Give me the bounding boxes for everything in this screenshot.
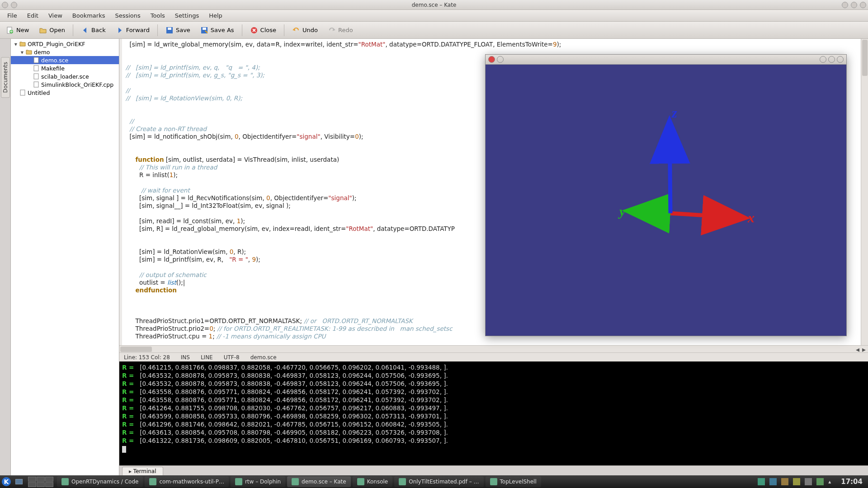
redo-icon (328, 26, 336, 34)
tree-item[interactable]: demo.sce (11, 56, 119, 64)
back-button[interactable]: Back (77, 24, 110, 36)
system-tray[interactable]: ▴ (753, 478, 835, 485)
svg-rect-11 (34, 82, 38, 87)
status-eol[interactable]: LINE (201, 354, 213, 361)
scroll-left-icon[interactable]: ◂ (854, 346, 861, 352)
tree-twisty-icon[interactable]: ▾ (19, 49, 25, 56)
viewer-menu-button[interactable] (497, 56, 504, 63)
doc-open-icon (39, 26, 47, 34)
network-icon[interactable] (769, 478, 777, 485)
taskbar-task[interactable]: TopLevelShell (486, 476, 541, 487)
clipboard-icon[interactable] (781, 478, 788, 485)
taskbar-task[interactable]: OpenRTDynamics / Code (57, 476, 143, 487)
viewer-titlebar[interactable] (486, 55, 846, 65)
volume-icon[interactable] (805, 478, 812, 485)
tab-terminal[interactable]: ▸ Terminal (122, 467, 163, 475)
rotation-viewer-window[interactable]: x y z (485, 54, 847, 336)
viewer-close-button-right[interactable] (837, 56, 844, 63)
taskbar-clock[interactable]: 17:04 (835, 478, 868, 486)
status-insert-mode[interactable]: INS (181, 354, 190, 361)
menu-file[interactable]: File (3, 11, 22, 20)
menubar: FileEditViewBookmarksSessionsToolsSettin… (0, 10, 868, 22)
menu-sessions[interactable]: Sessions (110, 11, 145, 20)
window-minimize-button[interactable] (842, 2, 848, 8)
svg-rect-20 (816, 478, 824, 485)
tray-expand-icon[interactable]: ▴ (828, 479, 831, 485)
menu-view[interactable]: View (44, 11, 67, 20)
save-as-icon (200, 26, 208, 34)
battery-icon[interactable] (816, 478, 824, 485)
window-maximize-button[interactable] (851, 2, 857, 8)
close-button[interactable]: Close (246, 24, 280, 36)
document-tree[interactable]: ▾ORTD_Plugin_OriEKF▾demodemo.sceMakefile… (11, 39, 119, 475)
kickoff-launcher[interactable]: K (0, 475, 13, 488)
axis-z (670, 123, 670, 213)
window-titlebar: demo.sce – Kate (0, 0, 868, 10)
menu-tools[interactable]: Tools (146, 11, 170, 20)
menu-settings[interactable]: Settings (170, 11, 203, 20)
taskbar-task[interactable]: com-mathworks-util-P… (145, 476, 228, 487)
svg-text:+: + (9, 29, 13, 34)
viewer-close-button[interactable] (488, 56, 495, 63)
open-button[interactable]: Open (35, 24, 69, 36)
folder-icon (19, 41, 26, 47)
window-pin-button[interactable] (11, 2, 17, 8)
editor-hscrollbar[interactable]: ◂ ▸ (119, 345, 868, 352)
forward-button[interactable]: Forward (112, 24, 154, 36)
svg-rect-12 (20, 90, 25, 95)
new-button[interactable]: +New (2, 24, 33, 36)
tree-item[interactable]: Untitled (11, 89, 119, 97)
svg-rect-6 (203, 28, 206, 30)
window-menu-button[interactable] (2, 2, 8, 8)
tray-icon[interactable] (758, 478, 765, 485)
file-icon (33, 73, 40, 80)
viewer-3d-canvas[interactable]: x y z (486, 65, 846, 336)
terminal-cursor (122, 446, 126, 453)
undo-button[interactable]: Undo (288, 24, 322, 36)
taskbar-task[interactable]: rtw – Dolphin (231, 476, 285, 487)
taskbar-task[interactable]: OnlyTiltEstimated.pdf – … (394, 476, 483, 487)
desktop-pager[interactable] (28, 477, 53, 487)
save-button[interactable]: Save (161, 24, 194, 36)
show-desktop-button[interactable] (13, 475, 25, 488)
menu-bookmarks[interactable]: Bookmarks (68, 11, 110, 20)
doc-new-icon: + (6, 26, 14, 34)
menu-edit[interactable]: Edit (23, 11, 43, 20)
window-close-button[interactable] (860, 2, 866, 8)
tree-item[interactable]: Makefile (11, 64, 119, 72)
sidebar-tab-label: Documents (1, 57, 10, 98)
toolbar: +NewOpenBackForwardSaveSave AsCloseUndoR… (0, 22, 868, 39)
viewer-maximize-button[interactable] (828, 56, 835, 63)
close-icon (250, 26, 258, 34)
svg-rect-19 (805, 478, 812, 485)
tree-item[interactable]: ▾demo (11, 48, 119, 56)
file-icon (33, 81, 40, 88)
editor-statusbar: Line: 153 Col: 28 INS LINE UTF-8 demo.sc… (119, 352, 868, 361)
svg-rect-4 (168, 28, 171, 30)
taskbar-task[interactable]: Konsole (353, 476, 393, 487)
tree-twisty-icon[interactable]: ▾ (13, 41, 19, 47)
svg-rect-17 (781, 478, 788, 485)
status-filename: demo.sce (250, 354, 277, 361)
svg-rect-18 (793, 478, 800, 485)
tree-item[interactable]: scilab_loader.sce (11, 72, 119, 80)
app-icon (61, 478, 69, 485)
taskbar-task[interactable]: demo.sce – Kate (287, 476, 351, 487)
updates-icon[interactable] (793, 478, 800, 485)
viewer-minimize-button[interactable] (820, 56, 826, 63)
tree-item[interactable]: ▾ORTD_Plugin_OriEKF (11, 40, 119, 48)
arrow-left-icon (81, 26, 89, 34)
saveas-button[interactable]: Save As (196, 24, 238, 36)
editor-vscrollbar[interactable] (861, 39, 868, 345)
menu-help[interactable]: Help (204, 11, 227, 20)
status-encoding[interactable]: UTF-8 (224, 354, 240, 361)
terminal-panel[interactable]: R = [0.461215, 0.881766, 0.098837, 0.882… (119, 361, 868, 465)
sidebar-tab-documents[interactable]: Documents (0, 39, 11, 475)
tree-item[interactable]: SimulinkBlock_OriEKF.cpp (11, 80, 119, 89)
axis-y (630, 211, 670, 213)
app-icon (490, 478, 497, 485)
scroll-right-icon[interactable]: ▸ (861, 346, 867, 352)
app-icon (357, 478, 364, 485)
axis-y-label: y (619, 204, 625, 219)
folder-icon (25, 49, 33, 55)
